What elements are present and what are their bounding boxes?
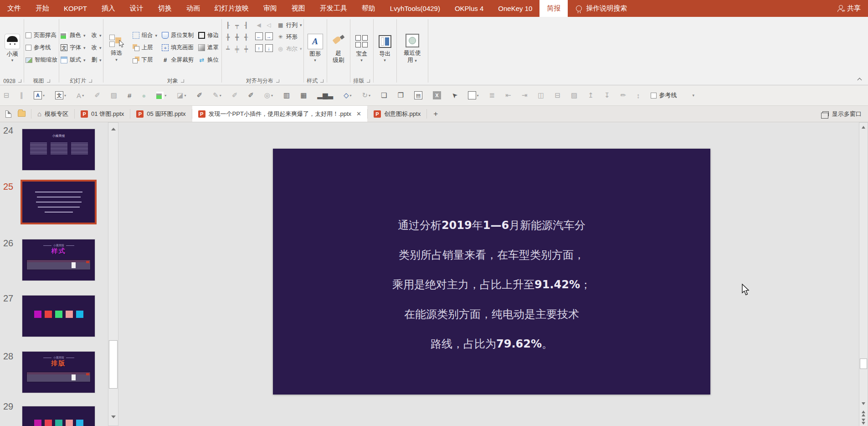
document-tab-0[interactable]: ⌂模板专区	[31, 106, 74, 122]
color-button[interactable]: 颜色	[70, 31, 81, 39]
rows-columns-button[interactable]: ▦行列▾	[277, 19, 302, 31]
align-distribute-icon-5[interactable]: ╉	[241, 31, 251, 43]
cjk-font-icon[interactable]: 文▾	[55, 91, 66, 99]
new-document-icon[interactable]	[5, 110, 11, 118]
object-button-swap[interactable]: 换位	[197, 54, 220, 66]
menu-tab-2[interactable]: KOPPT	[56, 0, 94, 17]
slide-thumbnail-24[interactable]: 小顽简报	[22, 129, 95, 170]
scroll-down-button[interactable]	[108, 408, 118, 426]
eyedropper-pick-icon[interactable]: ✐	[197, 91, 203, 99]
tell-me-search[interactable]: 操作说明搜索	[568, 0, 635, 17]
object-button-mask[interactable]: 遮罩	[197, 42, 220, 54]
object-button-cropfs[interactable]: 全屏裁剪	[160, 54, 195, 66]
align-distribute-icon-8[interactable]: ┿	[241, 43, 251, 55]
chart-bars-icon[interactable]: ▂▆▃	[317, 91, 333, 99]
previous-slide-button[interactable]	[859, 410, 868, 418]
align-top-button[interactable]: ↑	[254, 43, 264, 55]
scroll-up-button[interactable]	[859, 123, 868, 132]
menu-tab-13[interactable]: OKPlus 4	[447, 0, 491, 17]
align-bottom-button[interactable]: ↓	[264, 43, 274, 55]
slide-editing-area[interactable]: 通过分析2019年1—6月新能源汽车分类别所占销量来看，在车型类别方面，乘用是绝…	[273, 149, 710, 395]
align-right-button[interactable]: →	[264, 31, 274, 43]
font-button[interactable]: 字体	[70, 44, 81, 52]
menu-tab-0[interactable]: 文件	[0, 0, 28, 17]
slide-thumbnail-25[interactable]	[21, 180, 97, 224]
flip-vertical-icon[interactable]: ◁	[264, 19, 274, 31]
flip-horizontal-icon[interactable]: ◀	[254, 19, 264, 31]
menu-tab-12[interactable]: LvyhTools(0429)	[383, 0, 447, 17]
menu-tab-14[interactable]: OneKey 10	[491, 0, 539, 17]
dialog-launcher-icon[interactable]	[276, 79, 279, 83]
modify-color-button[interactable]: 改	[92, 31, 98, 39]
chevron-down-icon[interactable]: ▾	[693, 93, 695, 98]
text-style-icon[interactable]: A▾	[34, 91, 45, 99]
filter-button[interactable]: 筛选 ▾	[105, 33, 128, 62]
align-distribute-icon-0[interactable]: ┠	[223, 19, 232, 31]
menu-tab-10[interactable]: 开发工具	[313, 0, 354, 17]
menu-tab-5[interactable]: 切换	[151, 0, 179, 17]
slide-thumbnail-29[interactable]	[22, 406, 95, 426]
oval-shape-icon[interactable]: ●	[142, 92, 146, 99]
document-tab-3[interactable]: P发现一个PPT小插件，使用起来爽爆了，太好用！.pptx✕	[192, 106, 367, 122]
layout-button[interactable]: 版式	[70, 56, 81, 64]
share-button[interactable]: 共享	[830, 0, 868, 17]
align-left-button[interactable]: ←	[254, 31, 264, 43]
dialog-launcher-icon[interactable]	[320, 79, 324, 83]
border-style-icon[interactable]: ▾	[468, 91, 479, 99]
slide-text-block[interactable]: 通过分析2019年1—6月新能源汽车分类别所占销量来看，在车型类别方面，乘用是绝…	[273, 211, 710, 359]
scroll-down-button[interactable]	[859, 399, 868, 409]
open-folder-icon[interactable]	[18, 111, 26, 117]
export-button[interactable]: 导出 ▾	[375, 32, 395, 63]
smart-zoom-button[interactable]: 智能缩放	[26, 54, 57, 66]
user-avatar-button[interactable]: 小顽 ▾	[2, 32, 22, 63]
table-edit-icon[interactable]: ▦	[300, 91, 307, 99]
object-button-copy[interactable]: 原位复制	[160, 29, 195, 42]
menu-tab-9[interactable]: 视图	[284, 0, 313, 17]
dialog-launcher-icon[interactable]	[89, 79, 92, 83]
menu-tab-15[interactable]: 简报	[539, 0, 568, 17]
guides-checkbox[interactable]: 参考线	[26, 42, 51, 54]
crop-icon[interactable]: #	[128, 92, 131, 99]
columns-icon[interactable]: ▥	[283, 91, 290, 99]
collapse-ribbon-button[interactable]	[858, 77, 862, 81]
object-button-fillpic[interactable]: 填充画面	[160, 42, 195, 54]
scroll-up-button[interactable]	[108, 123, 118, 135]
menu-tab-6[interactable]: 动画	[179, 0, 207, 17]
object-button-front[interactable]: 上层	[131, 42, 159, 54]
document-tab-4[interactable]: P创意图标.pptx	[368, 106, 426, 122]
slide-thumbnail-28[interactable]: 小顽简报排版	[22, 352, 95, 393]
dialog-launcher-icon[interactable]	[367, 79, 370, 83]
slide-thumbnail-27[interactable]	[22, 296, 95, 337]
object-button-back[interactable]: 下层	[131, 54, 159, 66]
new-tab-button[interactable]: +	[427, 106, 444, 122]
scrollbar-thumb[interactable]	[860, 358, 867, 369]
slide-thumbnail-26[interactable]: 小顽简报样式	[22, 239, 95, 281]
super-brush-button[interactable]: 超级刷	[329, 31, 349, 64]
eyedropper-3-icon[interactable]: ✐	[248, 91, 254, 99]
delete-slide-button[interactable]: 删	[92, 56, 98, 64]
document-tab-1[interactable]: P01 饼图.pptx	[75, 106, 130, 122]
dialog-launcher-icon[interactable]	[18, 79, 21, 83]
object-button-group[interactable]: 组合▾	[131, 29, 159, 42]
send-to-back-icon[interactable]: ❐	[398, 91, 404, 99]
text-frame-icon[interactable]: ▤	[414, 91, 422, 99]
treasure-box-button[interactable]: 宝盒 ▾	[352, 32, 372, 63]
align-distribute-icon-3[interactable]: ╊	[223, 31, 232, 43]
main-scrollbar[interactable]	[859, 122, 868, 426]
multi-window-button[interactable]: 显示多窗口	[816, 106, 868, 122]
menu-tab-3[interactable]: 插入	[94, 0, 123, 17]
page-height-checkbox[interactable]: 页面撑高	[26, 29, 56, 42]
fill-color-swatch-icon[interactable]: ▾	[156, 92, 166, 99]
excel-export-icon[interactable]: X	[433, 91, 441, 99]
scrollbar-thumb[interactable]	[109, 340, 118, 389]
menu-tab-8[interactable]: 审阅	[256, 0, 284, 17]
shape-style-button[interactable]: A 图形 ▾	[305, 32, 325, 63]
close-icon[interactable]: ✕	[356, 110, 361, 117]
align-distribute-icon-2[interactable]: ┨	[241, 19, 251, 31]
object-button-trim[interactable]: 修边	[197, 29, 220, 42]
document-tab-2[interactable]: P05 圆环图.pptx	[130, 106, 191, 122]
align-distribute-icon-4[interactable]: ╋	[232, 31, 241, 43]
guides-toggle[interactable]: 参考线 ▾	[651, 91, 695, 99]
next-slide-button[interactable]	[859, 419, 868, 426]
dialog-launcher-icon[interactable]	[47, 79, 50, 83]
